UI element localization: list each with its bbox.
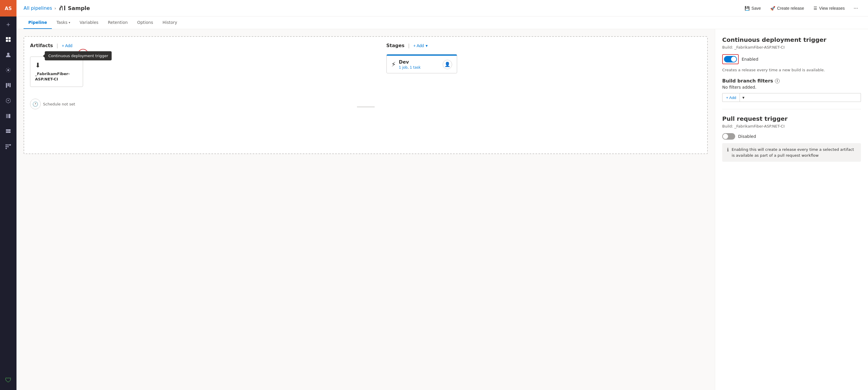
stages-label: Stages — [386, 43, 405, 48]
view-releases-button[interactable]: ☰ View releases — [810, 4, 848, 12]
add-stage-button[interactable]: + Add ▾ — [413, 43, 428, 48]
shield-icon[interactable]: 🛡 — [0, 372, 17, 388]
breadcrumb: All pipelines › — [24, 5, 56, 11]
tab-tasks[interactable]: Tasks ▾ — [52, 17, 75, 29]
create-release-label: Create release — [777, 6, 804, 10]
svg-rect-20 — [7, 144, 8, 146]
cd-trigger-title: Continuous deployment trigger — [722, 36, 861, 43]
stages-section: Stages | + Add ▾ ⚡ Dev — [386, 43, 702, 148]
view-releases-icon: ☰ — [813, 6, 817, 10]
svg-rect-11 — [7, 114, 8, 118]
svg-rect-2 — [6, 40, 8, 42]
pr-trigger-info-box: ℹ Enabling this will create a release ev… — [722, 143, 861, 162]
user-avatar[interactable]: AS — [0, 0, 17, 17]
svg-rect-1 — [8, 37, 10, 39]
tab-variables[interactable]: Variables — [75, 17, 103, 29]
topbar: All pipelines › ⛙ Sample 💾 Save 🚀 Create… — [17, 0, 868, 17]
cd-toggle-label: Enabled — [742, 57, 758, 62]
stage-card[interactable]: ⚡ Dev 1 job, 1 task 👤 — [386, 54, 457, 73]
svg-rect-12 — [8, 114, 10, 118]
profile-icon[interactable] — [0, 47, 17, 62]
save-button[interactable]: 💾 Save — [741, 4, 764, 12]
svg-point-4 — [7, 53, 9, 55]
pr-toggle-row: Disabled — [722, 133, 861, 140]
nav-tabs: Pipeline Tasks ▾ Variables Retention Opt… — [17, 17, 868, 29]
artifact-card-wrapper: ⬇ _FabrikamFiber-ASP.NET-CI ⚡ Continuous… — [30, 54, 83, 87]
page-title: ⛙ Sample — [60, 5, 90, 12]
library-icon[interactable] — [0, 109, 17, 124]
pr-trigger-title: Pull request trigger — [722, 115, 861, 122]
more-options-button[interactable]: ··· — [850, 3, 861, 13]
view-releases-label: View releases — [819, 6, 845, 10]
schedule-icon: 🕐 — [30, 99, 41, 109]
pipeline-icon: ⛙ — [60, 5, 65, 12]
panel-divider — [722, 109, 861, 109]
build-branch-info-icon[interactable]: i — [775, 79, 780, 83]
pr-trigger-subtitle: Build: _FabrikamFiber-ASP.NET-CI — [722, 124, 861, 128]
stage-name: Dev — [399, 59, 440, 65]
svg-rect-6 — [6, 83, 7, 88]
pipeline-canvas: Artifacts | + Add ⬇ _FabrikamFiber-ASP.N… — [17, 29, 715, 390]
breadcrumb-link[interactable]: All pipelines — [24, 5, 52, 11]
pr-trigger-panel: Pull request trigger Build: _FabrikamFib… — [722, 115, 861, 162]
build-branch-filters-panel: Build branch filters i No filters added.… — [722, 78, 861, 102]
tab-history[interactable]: History — [158, 17, 182, 29]
add-icon[interactable]: + — [0, 17, 17, 32]
cd-toggle-knob — [731, 57, 736, 62]
svg-rect-7 — [8, 83, 9, 86]
create-release-button[interactable]: 🚀 Create release — [767, 4, 808, 12]
cd-toggle-container — [722, 54, 739, 64]
artifacts-header: Artifacts | + Add — [30, 43, 345, 48]
stage-user-icon[interactable]: 👤 — [443, 60, 452, 69]
pipeline-title: Sample — [68, 5, 90, 11]
pipeline-nav-icon[interactable] — [0, 139, 17, 154]
schedule-card[interactable]: 🕐 Schedule not set — [30, 99, 345, 109]
gear-icon[interactable] — [0, 62, 17, 78]
dashboard-icon[interactable] — [0, 32, 17, 47]
svg-point-16 — [9, 132, 10, 132]
tab-retention[interactable]: Retention — [103, 17, 132, 29]
server-icon[interactable] — [0, 124, 17, 139]
add-filter-button-group: + Add ▾ — [722, 93, 861, 102]
add-filter-button[interactable]: + Add — [722, 94, 740, 101]
tab-pipeline[interactable]: Pipeline — [24, 17, 52, 29]
cd-trigger-subtitle: Build: _FabrikamFiber-ASP.NET-CI — [722, 45, 861, 50]
tasks-chevron: ▾ — [69, 21, 70, 24]
main-content: All pipelines › ⛙ Sample 💾 Save 🚀 Create… — [17, 0, 868, 390]
cd-trigger-description: Creates a release every time a new build… — [722, 68, 861, 72]
pr-toggle-label: Disabled — [738, 134, 756, 139]
svg-rect-21 — [7, 146, 8, 147]
pr-info-icon: ℹ — [727, 147, 729, 153]
cd-toggle-row: Enabled — [722, 54, 861, 64]
boards-icon[interactable] — [0, 78, 17, 93]
topbar-actions: 💾 Save 🚀 Create release ☰ View releases … — [741, 3, 861, 13]
rocket-icon[interactable] — [0, 93, 17, 109]
connector — [357, 66, 375, 148]
save-label: Save — [751, 6, 761, 10]
content-area: Artifacts | + Add ⬇ _FabrikamFiber-ASP.N… — [17, 29, 868, 390]
save-icon: 💾 — [745, 6, 750, 10]
cd-trigger-panel: Continuous deployment trigger Build: _Fa… — [722, 36, 861, 72]
pr-toggle-knob — [723, 134, 728, 139]
svg-rect-0 — [6, 37, 8, 39]
cd-toggle[interactable] — [724, 56, 737, 62]
artifacts-label: Artifacts — [30, 43, 53, 48]
artifact-name: _FabrikamFiber-ASP.NET-CI — [35, 71, 78, 82]
pr-toggle[interactable] — [722, 133, 735, 140]
user-person-icon: 👤 — [444, 62, 451, 67]
stage-meta: 1 job, 1 task — [399, 65, 440, 69]
svg-rect-19 — [6, 148, 7, 149]
artifacts-section: Artifacts | + Add ⬇ _FabrikamFiber-ASP.N… — [30, 43, 345, 148]
stage-icon: ⚡ — [392, 61, 396, 68]
tab-options[interactable]: Options — [132, 17, 158, 29]
artifact-card[interactable]: ⬇ _FabrikamFiber-ASP.NET-CI — [30, 57, 83, 87]
svg-rect-18 — [6, 146, 7, 147]
stage-card-body: ⚡ Dev 1 job, 1 task 👤 — [387, 56, 457, 73]
add-filter-dropdown[interactable]: ▾ — [740, 93, 747, 101]
stages-dropdown-chevron: ▾ — [426, 43, 428, 48]
svg-rect-10 — [6, 114, 7, 118]
svg-rect-17 — [6, 144, 7, 146]
pipeline-diagram: Artifacts | + Add ⬇ _FabrikamFiber-ASP.N… — [24, 36, 708, 154]
add-artifact-button[interactable]: + Add — [62, 43, 72, 48]
svg-point-15 — [9, 130, 10, 130]
